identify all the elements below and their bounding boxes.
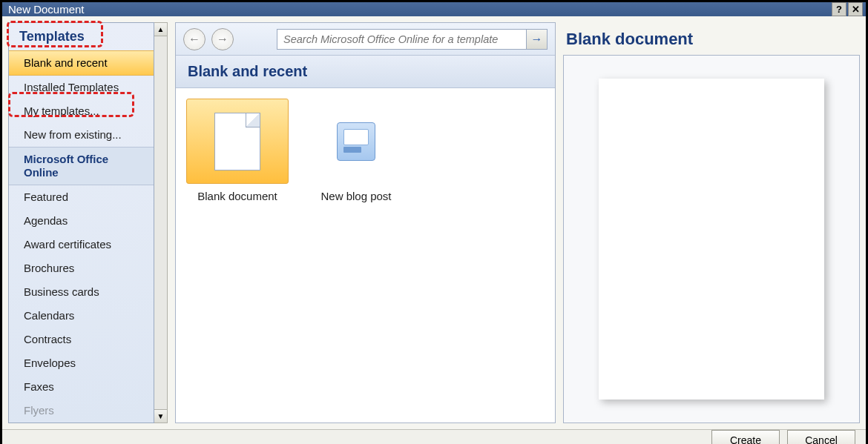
sidebar-item-label: Contracts: [24, 333, 71, 345]
sidebar-item-faxes[interactable]: Faxes: [9, 375, 154, 399]
section-title: Blank and recent: [176, 56, 555, 88]
sidebar-item-label: Featured: [24, 190, 68, 203]
sidebar: Templates Blank and recent Installed Tem…: [8, 22, 154, 423]
sidebar-item-featured[interactable]: Featured: [9, 185, 154, 209]
template-label: New blog post: [305, 190, 407, 202]
sidebar-item-label: My templates...: [24, 105, 99, 117]
sidebar-item-agendas[interactable]: Agendas: [9, 209, 154, 233]
nav-back-button[interactable]: ←: [183, 28, 206, 50]
sidebar-item-brochures[interactable]: Brochures: [9, 256, 154, 280]
template-label: Blank document: [186, 190, 289, 202]
new-document-dialog: New Document ? ✕ Templates Blank and rec…: [0, 0, 868, 444]
sidebar-item-label: Brochures: [24, 262, 74, 274]
create-button[interactable]: Create: [711, 430, 780, 444]
sidebar-item-label: Calendars: [24, 309, 74, 322]
preview-page-icon: [599, 79, 824, 399]
search-input[interactable]: [277, 30, 526, 49]
sidebar-item-business-cards[interactable]: Business cards: [9, 280, 154, 304]
sidebar-item-label: Microsoft Office Online: [24, 153, 108, 179]
sidebar-item-label: Envelopes: [24, 357, 76, 369]
titlebar: New Document ? ✕: [2, 2, 866, 16]
preview-title: Blank document: [563, 22, 860, 55]
sidebar-section-office-online: Microsoft Office Online: [9, 147, 154, 185]
sidebar-item-label: Faxes: [24, 380, 54, 393]
sidebar-item-award-certificates[interactable]: Award certificates: [9, 233, 154, 256]
sidebar-item-new-from-existing[interactable]: New from existing...: [9, 123, 154, 147]
arrow-right-icon: →: [217, 33, 228, 46]
scroll-track[interactable]: [154, 36, 167, 409]
sidebar-item-label: Agendas: [24, 214, 68, 227]
help-button[interactable]: ?: [832, 2, 846, 16]
template-blank-document[interactable]: Blank document: [186, 99, 289, 202]
sidebar-scrollbar[interactable]: ▲ ▼: [154, 22, 168, 423]
button-label: Create: [730, 434, 761, 444]
toolbar: ← → →: [176, 23, 555, 56]
blog-icon: [337, 122, 375, 161]
sidebar-item-calendars[interactable]: Calendars: [9, 304, 154, 328]
sidebar-item-label: Business cards: [24, 285, 99, 298]
dialog-footer: Create Cancel: [2, 429, 866, 444]
sidebar-item-blank-and-recent[interactable]: Blank and recent: [9, 50, 154, 76]
template-thumb: [305, 99, 407, 184]
sidebar-item-envelopes[interactable]: Envelopes: [9, 351, 154, 375]
preview-panel: Blank document: [563, 22, 860, 423]
sidebar-item-my-templates[interactable]: My templates...: [9, 99, 154, 123]
window-title: New Document: [5, 3, 830, 16]
scroll-up-icon[interactable]: ▲: [154, 23, 167, 36]
preview-box: [563, 55, 860, 423]
dialog-body: Templates Blank and recent Installed Tem…: [2, 16, 866, 429]
search-go-button[interactable]: →: [526, 30, 547, 49]
sidebar-item-label: Award certificates: [24, 238, 111, 251]
button-label: Cancel: [805, 434, 838, 444]
search-box: →: [277, 29, 548, 50]
close-button[interactable]: ✕: [848, 2, 863, 16]
scroll-down-icon[interactable]: ▼: [154, 409, 167, 423]
sidebar-item-label: Flyers: [24, 404, 54, 417]
sidebar-item-flyers[interactable]: Flyers: [9, 399, 154, 423]
nav-forward-button[interactable]: →: [211, 28, 234, 50]
main-panel: ← → → Blank and recent Bla: [175, 22, 556, 423]
sidebar-wrap: Templates Blank and recent Installed Tem…: [8, 22, 168, 423]
sidebar-item-contracts[interactable]: Contracts: [9, 328, 154, 351]
template-new-blog-post[interactable]: New blog post: [305, 99, 407, 202]
template-thumb: [186, 99, 289, 184]
arrow-left-icon: ←: [188, 33, 200, 46]
arrow-right-icon: →: [531, 33, 543, 46]
sidebar-item-label: Blank and recent: [24, 56, 108, 69]
sidebar-item-label: New from existing...: [24, 128, 122, 141]
sidebar-item-label: Installed Templates: [24, 81, 119, 93]
sidebar-item-installed-templates[interactable]: Installed Templates: [9, 76, 154, 99]
sidebar-header: Templates: [9, 23, 154, 50]
templates-area: Blank document New blog post: [176, 88, 555, 423]
cancel-button[interactable]: Cancel: [787, 430, 855, 444]
page-icon: [214, 113, 260, 170]
